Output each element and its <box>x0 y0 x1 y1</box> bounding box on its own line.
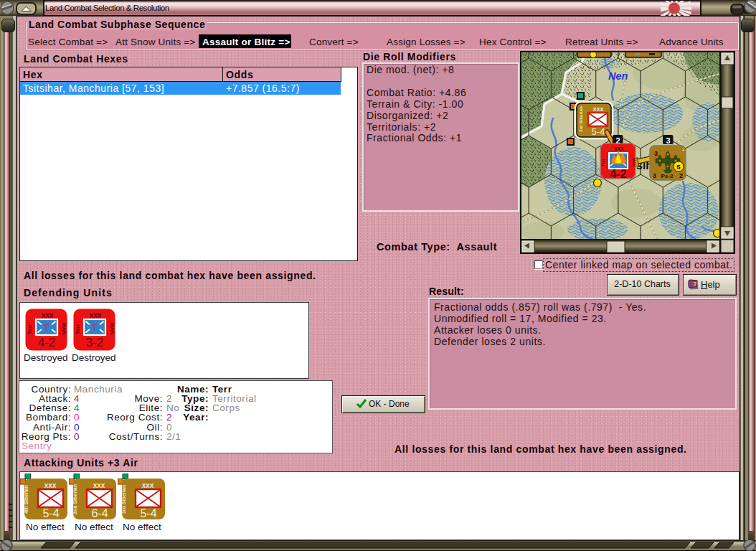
svg-text:xxx: xxx <box>614 145 624 152</box>
svg-text:*: * <box>682 148 684 154</box>
svg-text:Terr: Terr <box>75 324 81 334</box>
svg-text:3: 3 <box>666 136 670 145</box>
svg-text:MAN: MAN <box>632 158 636 167</box>
svg-text:MAN: MAN <box>61 322 67 334</box>
svg-text:3-2: 3-2 <box>86 336 104 349</box>
svg-text:Pe-2: Pe-2 <box>661 173 674 179</box>
svg-text:2nd Siberian: 2nd Siberian <box>72 484 77 514</box>
svg-text:xxx: xxx <box>44 481 57 489</box>
svg-text:Terr: Terr <box>601 159 605 166</box>
svg-text:MAN: MAN <box>109 322 115 334</box>
svg-text:4-2: 4-2 <box>38 336 56 349</box>
svg-text:3: 3 <box>654 150 658 157</box>
svg-text:5-4: 5-4 <box>592 126 605 137</box>
svg-text:5: 5 <box>676 163 681 171</box>
svg-text:4-2: 4-2 <box>610 168 626 180</box>
svg-text:xxx: xxx <box>42 311 54 319</box>
svg-text:xxx: xxx <box>90 311 102 319</box>
svg-text:xxx: xxx <box>592 105 603 113</box>
svg-text:2: 2 <box>679 172 683 179</box>
svg-text:6-4: 6-4 <box>91 507 108 519</box>
svg-text:3rd Siberian: 3rd Siberian <box>578 106 583 132</box>
svg-text:?: ? <box>693 281 697 288</box>
svg-text:T: T <box>44 322 49 333</box>
svg-text:5-4: 5-4 <box>140 507 156 519</box>
svg-text:Nen: Nen <box>608 70 628 82</box>
svg-text:T: T <box>92 322 98 333</box>
svg-text:4th Siberian: 4th Siberian <box>24 485 29 514</box>
svg-text:xxx: xxx <box>142 481 154 489</box>
svg-text:Terr: Terr <box>27 324 33 334</box>
svg-text:5-4: 5-4 <box>42 507 59 519</box>
svg-text:xxx: xxx <box>93 481 105 489</box>
svg-text:3: 3 <box>653 172 656 179</box>
svg-text:3rd Siberian: 3rd Siberian <box>121 485 126 514</box>
